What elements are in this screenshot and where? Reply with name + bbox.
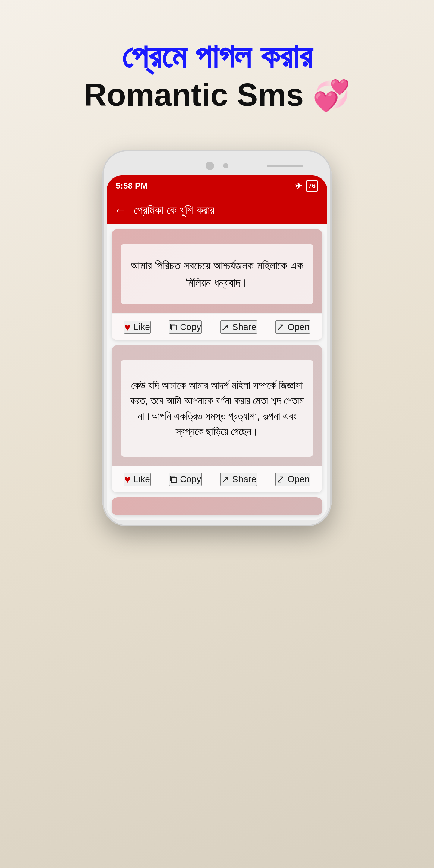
sms-card-1: আমার পিরিচত সবচেয়ে আশ্চর্যজনক মহিলাকে এ… bbox=[112, 229, 322, 340]
copy-icon-1: ⧉ bbox=[170, 321, 177, 333]
title-emoji: 💞 bbox=[313, 79, 350, 112]
airplane-icon: ✈ bbox=[295, 181, 302, 191]
status-time: 5:58 PM bbox=[116, 181, 148, 191]
open-label-2: Open bbox=[287, 474, 310, 484]
open-button-2[interactable]: ⤢ Open bbox=[276, 472, 310, 486]
header-title: প্রেমিকা কে খুশি করার bbox=[134, 204, 214, 217]
status-right: ✈ 76 bbox=[295, 180, 318, 192]
english-title: Romantic Sms 💞 bbox=[84, 76, 350, 114]
action-bar-1: ♥ Like ⧉ Copy ↗ Share ⤢ bbox=[112, 313, 322, 340]
phone-speaker bbox=[223, 163, 228, 168]
phone-screen: 5:58 PM ✈ 76 ← প্রেমিকা কে খুশি করার bbox=[107, 176, 327, 520]
card-background-3 bbox=[112, 497, 322, 516]
sms-text-1: আমার পিরিচত সবচেয়ে আশ্চর্যজনক মহিলাকে এ… bbox=[121, 244, 313, 304]
copy-button-2[interactable]: ⧉ Copy bbox=[169, 472, 202, 486]
card-content-2: কেউ যদি আমাকে আমার আদর্শ মহিলা সম্পর্কে … bbox=[112, 345, 322, 466]
copy-button-1[interactable]: ⧉ Copy bbox=[169, 320, 202, 334]
like-button-2[interactable]: ♥ Like bbox=[124, 473, 151, 486]
copy-label-1: Copy bbox=[180, 322, 201, 332]
back-button[interactable]: ← bbox=[114, 203, 127, 218]
battery-icon: 76 bbox=[306, 180, 318, 192]
share-icon-1: ↗ bbox=[221, 321, 229, 333]
page-title-area: প্রেমে পাগল করার Romantic Sms 💞 bbox=[84, 36, 350, 114]
phone-body: 5:58 PM ✈ 76 ← প্রেমিকা কে খুশি করার bbox=[102, 150, 332, 526]
share-button-1[interactable]: ↗ Share bbox=[220, 320, 257, 334]
open-icon-1: ⤢ bbox=[276, 321, 284, 333]
sms-card-3 bbox=[112, 497, 322, 516]
action-bar-2: ♥ Like ⧉ Copy ↗ Share ⤢ bbox=[112, 466, 322, 493]
phone-top-line bbox=[267, 164, 303, 167]
card-content-1: আমার পিরিচত সবচেয়ে আশ্চর্যজনক মহিলাকে এ… bbox=[112, 229, 322, 313]
share-label-2: Share bbox=[232, 474, 256, 484]
content-area: আমার পিরিচত সবচেয়ে আশ্চর্যজনক মহিলাকে এ… bbox=[107, 224, 327, 520]
share-label-1: Share bbox=[232, 322, 256, 332]
like-button-1[interactable]: ♥ Like bbox=[124, 321, 151, 334]
phone-frame: 5:58 PM ✈ 76 ← প্রেমিকা কে খুশি করার bbox=[102, 150, 332, 526]
bengali-title: প্রেমে পাগল করার bbox=[84, 36, 350, 76]
open-button-1[interactable]: ⤢ Open bbox=[276, 320, 310, 334]
heart-icon-1: ♥ bbox=[124, 321, 130, 333]
phone-camera bbox=[206, 161, 214, 170]
like-label-2: Like bbox=[133, 474, 150, 484]
copy-label-2: Copy bbox=[180, 474, 201, 484]
sms-text-2: কেউ যদি আমাকে আমার আদর্শ মহিলা সম্পর্কে … bbox=[121, 360, 313, 457]
phone-top-bar bbox=[107, 156, 327, 176]
share-icon-2: ↗ bbox=[221, 473, 229, 485]
open-label-1: Open bbox=[287, 322, 310, 332]
like-label-1: Like bbox=[133, 322, 150, 332]
open-icon-2: ⤢ bbox=[276, 473, 284, 485]
copy-icon-2: ⧉ bbox=[170, 473, 177, 485]
sms-card-2: কেউ যদি আমাকে আমার আদর্শ মহিলা সম্পর্কে … bbox=[112, 345, 322, 493]
status-bar: 5:58 PM ✈ 76 bbox=[107, 176, 327, 196]
share-button-2[interactable]: ↗ Share bbox=[220, 472, 257, 486]
heart-icon-2: ♥ bbox=[124, 473, 130, 485]
app-header: ← প্রেমিকা কে খুশি করার bbox=[107, 196, 327, 224]
